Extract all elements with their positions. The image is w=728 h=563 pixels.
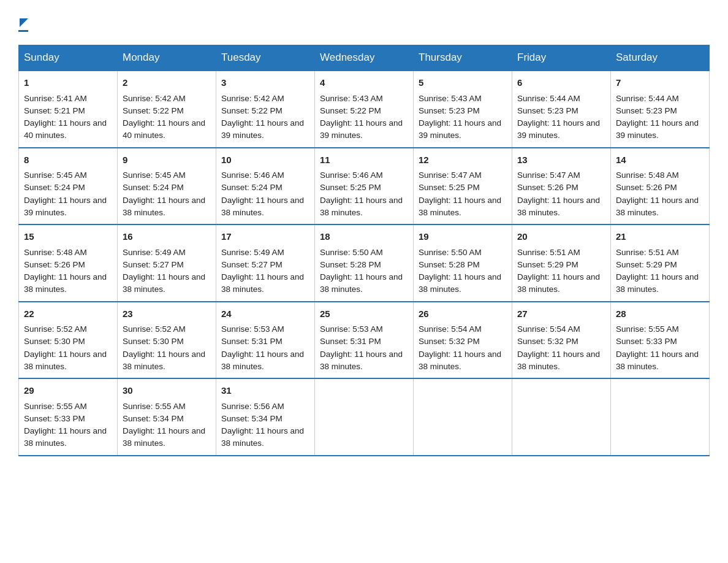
calendar-day-cell [414,378,512,456]
calendar-table: SundayMondayTuesdayWednesdayThursdayFrid… [18,45,710,456]
day-number: 29 [24,384,112,398]
sunset-info: Sunset: 5:21 PM [24,106,85,115]
sunset-info: Sunset: 5:23 PM [616,106,677,115]
day-number: 27 [517,307,605,321]
calendar-day-cell: 7Sunrise: 5:44 AMSunset: 5:23 PMDaylight… [611,71,710,148]
daylight-info: Daylight: 11 hours and 38 minutes. [123,272,205,294]
day-number: 19 [419,230,507,244]
calendar-day-cell: 26Sunrise: 5:54 AMSunset: 5:32 PMDayligh… [414,302,512,379]
daylight-info: Daylight: 11 hours and 38 minutes. [419,272,501,294]
sunset-info: Sunset: 5:31 PM [320,337,381,346]
sunrise-info: Sunrise: 5:55 AM [616,324,679,334]
daylight-info: Daylight: 11 hours and 39 minutes. [517,118,600,140]
calendar-day-cell: 20Sunrise: 5:51 AMSunset: 5:29 PMDayligh… [512,224,611,302]
daylight-info: Daylight: 11 hours and 39 minutes. [24,196,107,217]
day-number: 5 [419,76,507,90]
day-of-week-header: Saturday [611,45,710,71]
day-number: 31 [221,384,309,398]
daylight-info: Daylight: 11 hours and 38 minutes. [221,350,304,371]
sunrise-info: Sunrise: 5:52 AM [24,324,87,334]
calendar-day-cell: 14Sunrise: 5:48 AMSunset: 5:26 PMDayligh… [611,148,710,225]
logo-arrow-icon [20,18,28,27]
day-number: 7 [616,76,704,90]
sunset-info: Sunset: 5:26 PM [24,260,85,269]
sunrise-info: Sunrise: 5:56 AM [221,402,284,411]
daylight-info: Daylight: 11 hours and 38 minutes. [221,426,304,448]
day-number: 21 [616,230,704,244]
calendar-day-cell: 11Sunrise: 5:46 AMSunset: 5:25 PMDayligh… [315,148,414,225]
calendar-week-row: 1Sunrise: 5:41 AMSunset: 5:21 PMDaylight… [19,71,710,148]
logo-blue-text [18,30,28,33]
day-number: 10 [221,153,309,167]
calendar-week-row: 15Sunrise: 5:48 AMSunset: 5:26 PMDayligh… [19,224,710,302]
sunset-info: Sunset: 5:23 PM [419,106,480,115]
calendar-day-cell [315,378,414,456]
day-of-week-header: Friday [512,45,611,71]
daylight-info: Daylight: 11 hours and 38 minutes. [320,196,403,217]
calendar-day-cell: 24Sunrise: 5:53 AMSunset: 5:31 PMDayligh… [216,302,315,379]
calendar-day-cell: 6Sunrise: 5:44 AMSunset: 5:23 PMDaylight… [512,71,611,148]
calendar-day-cell: 12Sunrise: 5:47 AMSunset: 5:25 PMDayligh… [414,148,512,225]
sunrise-info: Sunrise: 5:47 AM [517,170,580,180]
sunset-info: Sunset: 5:28 PM [419,260,480,269]
daylight-info: Daylight: 11 hours and 40 minutes. [24,118,107,140]
sunrise-info: Sunrise: 5:44 AM [517,94,580,103]
daylight-info: Daylight: 11 hours and 39 minutes. [221,118,304,140]
calendar-day-cell: 13Sunrise: 5:47 AMSunset: 5:26 PMDayligh… [512,148,611,225]
day-number: 26 [419,307,507,321]
sunset-info: Sunset: 5:23 PM [517,106,578,115]
sunrise-info: Sunrise: 5:45 AM [123,170,186,180]
day-number: 1 [24,76,112,90]
calendar-week-row: 29Sunrise: 5:55 AMSunset: 5:33 PMDayligh… [19,378,710,456]
sunrise-info: Sunrise: 5:43 AM [419,94,482,103]
sunset-info: Sunset: 5:28 PM [320,260,381,269]
calendar-day-cell: 3Sunrise: 5:42 AMSunset: 5:22 PMDaylight… [216,71,315,148]
sunset-info: Sunset: 5:22 PM [123,106,184,115]
day-number: 25 [320,307,408,321]
calendar-day-cell: 9Sunrise: 5:45 AMSunset: 5:24 PMDaylight… [118,148,216,225]
day-number: 30 [123,384,211,398]
day-of-week-header: Tuesday [216,45,315,71]
day-number: 13 [517,153,605,167]
calendar-day-cell [512,378,611,456]
sunrise-info: Sunrise: 5:49 AM [221,248,284,257]
daylight-info: Daylight: 11 hours and 39 minutes. [320,118,403,140]
daylight-info: Daylight: 11 hours and 38 minutes. [123,196,205,217]
calendar-day-cell: 22Sunrise: 5:52 AMSunset: 5:30 PMDayligh… [19,302,118,379]
sunrise-info: Sunrise: 5:50 AM [320,248,383,257]
daylight-info: Daylight: 11 hours and 38 minutes. [24,350,107,371]
day-of-week-header: Monday [118,45,216,71]
sunset-info: Sunset: 5:22 PM [320,106,381,115]
calendar-day-cell: 21Sunrise: 5:51 AMSunset: 5:29 PMDayligh… [611,224,710,302]
sunset-info: Sunset: 5:33 PM [24,414,85,423]
calendar-day-cell: 18Sunrise: 5:50 AMSunset: 5:28 PMDayligh… [315,224,414,302]
day-number: 14 [616,153,704,167]
sunrise-info: Sunrise: 5:43 AM [320,94,383,103]
calendar-day-cell: 16Sunrise: 5:49 AMSunset: 5:27 PMDayligh… [118,224,216,302]
sunset-info: Sunset: 5:27 PM [123,260,184,269]
day-number: 22 [24,307,112,321]
calendar-day-cell: 17Sunrise: 5:49 AMSunset: 5:27 PMDayligh… [216,224,315,302]
sunrise-info: Sunrise: 5:53 AM [221,324,284,334]
sunset-info: Sunset: 5:24 PM [123,183,184,192]
day-number: 12 [419,153,507,167]
calendar-header-row: SundayMondayTuesdayWednesdayThursdayFrid… [19,45,710,71]
calendar-day-cell: 2Sunrise: 5:42 AMSunset: 5:22 PMDaylight… [118,71,216,148]
day-of-week-header: Wednesday [315,45,414,71]
daylight-info: Daylight: 11 hours and 38 minutes. [419,196,501,217]
day-of-week-header: Sunday [19,45,118,71]
day-number: 11 [320,153,408,167]
sunset-info: Sunset: 5:27 PM [221,260,282,269]
daylight-info: Daylight: 11 hours and 38 minutes. [320,350,403,371]
daylight-info: Daylight: 11 hours and 38 minutes. [419,350,501,371]
sunrise-info: Sunrise: 5:42 AM [221,94,284,103]
daylight-info: Daylight: 11 hours and 38 minutes. [123,350,205,371]
calendar-day-cell [611,378,710,456]
sunrise-info: Sunrise: 5:47 AM [419,170,482,180]
day-number: 9 [123,153,211,167]
calendar-day-cell: 27Sunrise: 5:54 AMSunset: 5:32 PMDayligh… [512,302,611,379]
calendar-day-cell: 30Sunrise: 5:55 AMSunset: 5:34 PMDayligh… [118,378,216,456]
sunrise-info: Sunrise: 5:48 AM [24,248,87,257]
day-number: 20 [517,230,605,244]
sunset-info: Sunset: 5:25 PM [419,183,480,192]
